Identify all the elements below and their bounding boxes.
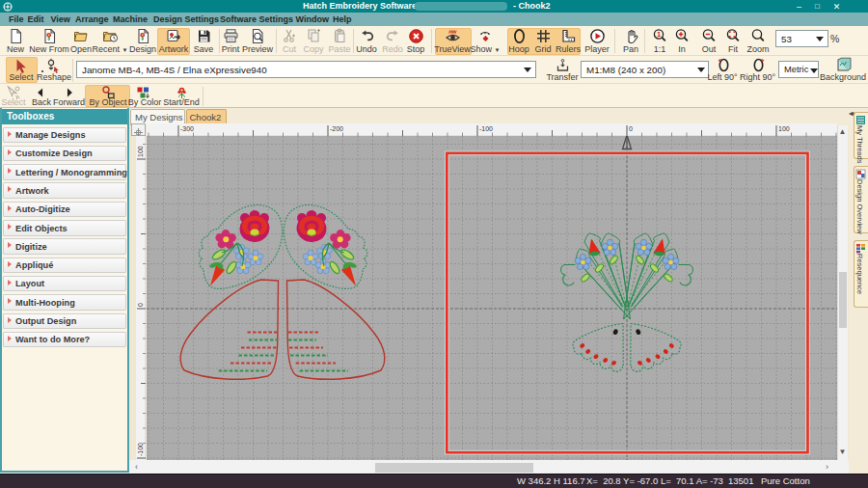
svg-text:-100: -100	[479, 125, 493, 132]
svg-text:-100: -100	[137, 443, 144, 456]
svg-text:0: 0	[629, 125, 633, 132]
svg-text:100: 100	[778, 125, 790, 132]
svg-text:0: 0	[137, 303, 144, 307]
svg-text:100: 100	[137, 146, 144, 157]
svg-text:1: 1	[656, 30, 660, 39]
svg-text:-200: -200	[330, 125, 343, 132]
svg-text:-300: -300	[180, 125, 194, 132]
